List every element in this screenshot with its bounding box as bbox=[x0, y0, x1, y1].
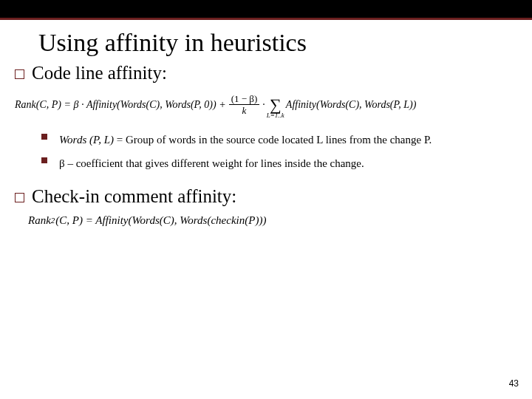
formula-body: (C, P) = Affinity(Words(C), Words(checki… bbox=[55, 214, 266, 227]
section-heading: Code line affinity: bbox=[32, 63, 167, 83]
sum-lower-limit: L=1..k bbox=[267, 112, 284, 119]
hollow-square-icon bbox=[15, 69, 24, 79]
filled-square-icon bbox=[41, 134, 47, 140]
section-heading: Check-in comment affinity: bbox=[32, 186, 236, 207]
formula-rank1: Rank(C, P) = β · Affinity(Words(C), Word… bbox=[15, 91, 532, 119]
bullet-rest: = Group of words in the source code loca… bbox=[114, 134, 432, 146]
formula-subscript: 2 bbox=[51, 216, 55, 225]
formula-rank2: Rank2(C, P) = Affinity(Words(C), Words(c… bbox=[28, 214, 532, 227]
bullet-text: Words (P, L) = Group of words in the sou… bbox=[59, 129, 432, 151]
hollow-square-icon bbox=[15, 193, 24, 202]
bullet-level2-beta: β – coefficient that gives different wei… bbox=[41, 153, 532, 174]
bullet-text: β – coefficient that gives different wei… bbox=[59, 153, 364, 174]
bullet-rest: β – coefficient that gives different wei… bbox=[59, 157, 364, 169]
bullet-level2-words: Words (P, L) = Group of words in the sou… bbox=[41, 129, 532, 151]
formula-dot: · bbox=[262, 99, 265, 111]
formula-lhs: Rank(C, P) = β · Affinity(Words(C), Word… bbox=[15, 99, 226, 111]
fraction-denominator: k bbox=[242, 105, 247, 115]
formula-fraction: (1 − β) k bbox=[229, 94, 260, 115]
slide-top-bar bbox=[0, 0, 532, 20]
formula-rhs: Affinity(Words(C), Words(P, L)) bbox=[286, 99, 417, 111]
bullet-level1-checkin: Check-in comment affinity: bbox=[15, 186, 532, 207]
summation-icon: ∑ L=1..k bbox=[267, 91, 284, 119]
page-number: 43 bbox=[509, 378, 519, 389]
bullet-italic-lead: Words (P, L) bbox=[59, 134, 114, 146]
formula-pre: Rank bbox=[28, 214, 51, 227]
fraction-numerator: (1 − β) bbox=[229, 94, 260, 105]
slide-title: Using affinity in heuristics bbox=[38, 29, 532, 57]
bullet-level1-code-line: Code line affinity: bbox=[15, 63, 532, 83]
filled-square-icon bbox=[41, 157, 47, 163]
